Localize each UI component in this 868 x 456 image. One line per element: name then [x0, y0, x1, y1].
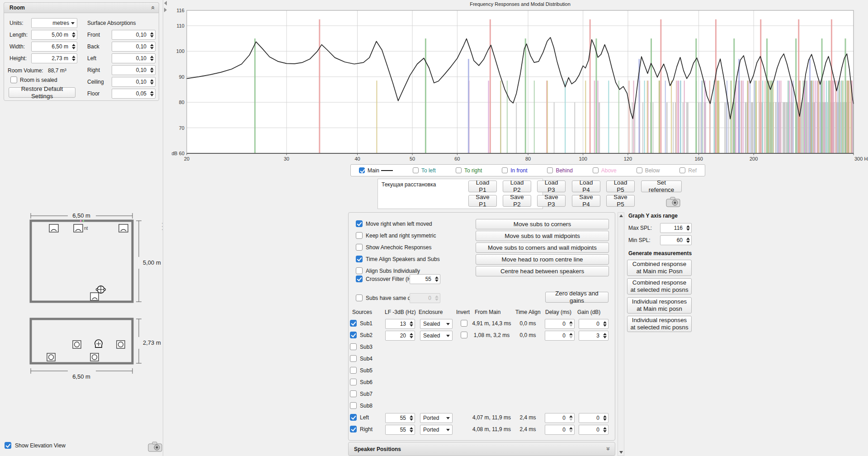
- step-down-icon[interactable]: [410, 430, 413, 432]
- crossover-filter-stepper[interactable]: 55: [410, 274, 440, 284]
- step-up-icon[interactable]: [410, 333, 413, 335]
- source-sub7-checkbox[interactable]: [350, 390, 357, 397]
- legend-checkbox[interactable]: [547, 167, 553, 173]
- absorption-ceiling-stepper[interactable]: 0,10: [112, 77, 156, 87]
- load-p4-button[interactable]: Load P4: [572, 180, 600, 192]
- absorption-front-stepper[interactable]: 0,10: [112, 30, 156, 40]
- source-sub2-gain-stepper[interactable]: 3: [579, 331, 609, 341]
- room-sealed-checkbox[interactable]: [10, 76, 17, 83]
- stepper-arrows[interactable]: [684, 225, 691, 231]
- stepper-arrows[interactable]: [601, 321, 608, 327]
- source-sub1-enclosure-select[interactable]: Sealed: [420, 319, 453, 329]
- source-sub3-checkbox[interactable]: [350, 343, 357, 350]
- step-up-icon[interactable]: [603, 427, 607, 429]
- step-up-icon[interactable]: [410, 415, 413, 418]
- stepper-arrows[interactable]: [601, 415, 608, 421]
- source-right-enclosure-select[interactable]: Ported: [420, 425, 453, 435]
- plan-speakers[interactable]: [49, 224, 128, 232]
- elevation-speakers[interactable]: [47, 341, 125, 361]
- step-down-icon[interactable]: [569, 418, 573, 421]
- splitter-collapse-right-icon[interactable]: [164, 8, 167, 12]
- step-up-icon[interactable]: [603, 321, 607, 323]
- subs-same-delay-checkbox[interactable]: [356, 294, 363, 301]
- width-stepper[interactable]: 6,50 m: [31, 42, 77, 52]
- stepper-arrows[interactable]: [567, 415, 574, 421]
- stepper-arrows[interactable]: [148, 90, 155, 97]
- step-up-icon[interactable]: [150, 56, 154, 58]
- source-sub1-delay-stepper[interactable]: 0: [545, 319, 575, 329]
- load-p3-button[interactable]: Load P3: [537, 180, 566, 192]
- speaker-positions-header[interactable]: Speaker Positions »: [348, 442, 615, 456]
- max-spl-stepper[interactable]: 116: [660, 223, 692, 233]
- stepper-arrows[interactable]: [567, 321, 574, 327]
- source-right-gain-stepper[interactable]: 0: [579, 425, 609, 435]
- crossover-filter-checkbox[interactable]: [356, 276, 363, 282]
- absorption-right-stepper[interactable]: 0,10: [112, 65, 156, 75]
- centre-head-between-speakers-button[interactable]: Centre head between speakers: [476, 266, 609, 276]
- camera-icon[interactable]: [665, 196, 681, 208]
- stepper-arrows[interactable]: [408, 321, 415, 327]
- show-elevation-checkbox[interactable]: [5, 442, 11, 449]
- load-p1-button[interactable]: Load P1: [468, 180, 497, 192]
- step-up-icon[interactable]: [150, 67, 154, 70]
- elevation-listener-icon[interactable]: [95, 340, 102, 347]
- save-p5-button[interactable]: Save P5: [606, 195, 635, 207]
- room-panel-header[interactable]: Room »: [4, 2, 159, 13]
- step-down-icon[interactable]: [603, 324, 607, 327]
- legend-checkbox[interactable]: [359, 167, 365, 173]
- restore-defaults-button[interactable]: Restore Default Settings: [9, 87, 75, 98]
- source-sub1-checkbox[interactable]: [350, 320, 357, 327]
- zero-delays-gains-button[interactable]: Zero delays and gains: [545, 292, 609, 303]
- save-p3-button[interactable]: Save P3: [537, 195, 566, 207]
- stepper-arrows[interactable]: [684, 237, 691, 243]
- source-left-lf-stepper[interactable]: 55: [385, 413, 415, 423]
- plan-sub-icon[interactable]: [90, 293, 99, 300]
- step-up-icon[interactable]: [569, 321, 573, 323]
- time-align-speakers-and-subs-checkbox[interactable]: [356, 256, 363, 262]
- stepper-arrows[interactable]: [567, 332, 574, 339]
- step-down-icon[interactable]: [569, 430, 573, 432]
- source-left-checkbox[interactable]: [350, 414, 357, 421]
- source-sub4-checkbox[interactable]: [350, 355, 357, 362]
- scroll-down-icon[interactable]: [619, 451, 623, 454]
- source-right-lf-stepper[interactable]: 55: [385, 425, 415, 435]
- step-down-icon[interactable]: [150, 59, 154, 61]
- step-up-icon[interactable]: [410, 427, 413, 429]
- stepper-arrows[interactable]: [148, 67, 155, 73]
- source-sub5-checkbox[interactable]: [350, 367, 357, 374]
- move-subs-to-corners-button[interactable]: Move subs to corners: [476, 219, 609, 229]
- collapse-chevron-icon[interactable]: »: [149, 6, 156, 10]
- units-select[interactable]: metres: [31, 18, 77, 28]
- legend-checkbox[interactable]: [593, 167, 599, 173]
- stepper-arrows[interactable]: [148, 43, 155, 50]
- source-left-delay-stepper[interactable]: 0: [545, 413, 575, 423]
- expand-chevron-icon[interactable]: »: [605, 447, 612, 451]
- save-p1-button[interactable]: Save P1: [468, 195, 497, 207]
- align-subs-individually-checkbox[interactable]: [356, 267, 363, 274]
- source-sub8-checkbox[interactable]: [350, 402, 357, 409]
- set-reference-button[interactable]: Set reference: [641, 180, 682, 192]
- min-spl-stepper[interactable]: 60: [660, 235, 692, 245]
- step-down-icon[interactable]: [410, 336, 413, 338]
- step-up-icon[interactable]: [569, 333, 573, 335]
- legend-checkbox[interactable]: [679, 167, 685, 173]
- legend-checkbox[interactable]: [502, 167, 508, 173]
- legend-checkbox[interactable]: [637, 167, 642, 173]
- step-up-icon[interactable]: [603, 415, 607, 418]
- combined-response-at-selected-mic-posns-button[interactable]: Combined response at selected mic posns: [627, 278, 692, 294]
- step-down-icon[interactable]: [150, 47, 154, 49]
- stepper-arrows[interactable]: [148, 55, 155, 62]
- keep-left-and-right-symmetric-checkbox[interactable]: [356, 232, 363, 239]
- step-down-icon[interactable]: [150, 71, 154, 73]
- plan-listener-icon[interactable]: [96, 285, 106, 294]
- step-up-icon[interactable]: [603, 333, 607, 335]
- source-sub2-delay-stepper[interactable]: 0: [545, 331, 575, 341]
- source-left-enclosure-select[interactable]: Ported: [420, 413, 453, 423]
- source-right-delay-stepper[interactable]: 0: [545, 425, 575, 435]
- absorption-left-stepper[interactable]: 0,10: [112, 53, 156, 63]
- stepper-arrows[interactable]: [70, 32, 77, 38]
- stepper-arrows[interactable]: [433, 276, 440, 282]
- step-up-icon[interactable]: [569, 415, 573, 418]
- source-right-checkbox[interactable]: [350, 426, 357, 432]
- stepper-arrows[interactable]: [148, 32, 155, 38]
